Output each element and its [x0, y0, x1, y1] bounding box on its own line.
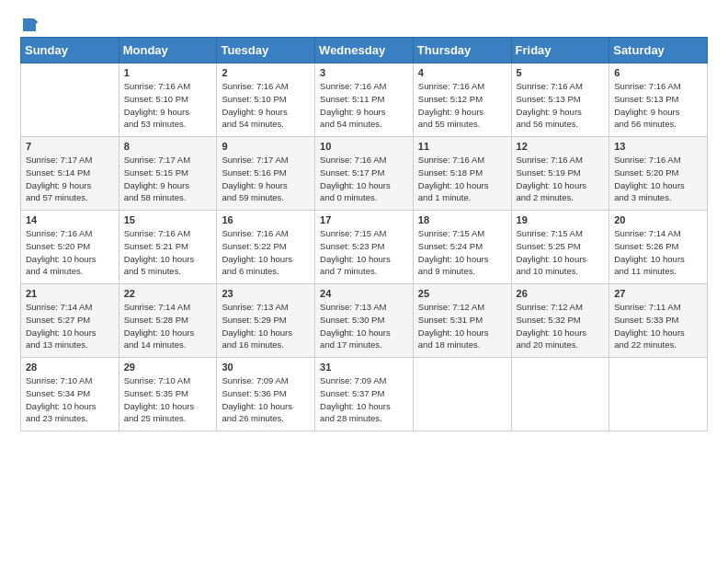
cell-content: Sunrise: 7:16 AM Sunset: 5:10 PM Dayligh…: [222, 80, 310, 131]
day-number: 13: [614, 141, 702, 152]
cell-content: Sunrise: 7:13 AM Sunset: 5:30 PM Dayligh…: [320, 301, 408, 351]
calendar-cell: 18Sunrise: 7:15 AM Sunset: 5:24 PM Dayli…: [413, 211, 511, 284]
day-number: 10: [320, 141, 408, 152]
calendar-cell: 3Sunrise: 7:16 AM Sunset: 5:11 PM Daylig…: [315, 63, 414, 137]
cell-content: Sunrise: 7:16 AM Sunset: 5:11 PM Dayligh…: [320, 80, 408, 131]
cell-content: Sunrise: 7:14 AM Sunset: 5:26 PM Dayligh…: [614, 227, 702, 278]
cell-content: Sunrise: 7:11 AM Sunset: 5:33 PM Dayligh…: [614, 301, 702, 351]
cell-content: Sunrise: 7:16 AM Sunset: 5:13 PM Dayligh…: [517, 80, 605, 131]
cell-content: Sunrise: 7:14 AM Sunset: 5:28 PM Dayligh…: [124, 301, 212, 351]
calendar-cell: 14Sunrise: 7:16 AM Sunset: 5:20 PM Dayli…: [21, 211, 119, 284]
week-row-2: 7Sunrise: 7:17 AM Sunset: 5:14 PM Daylig…: [21, 137, 708, 211]
day-header-tuesday: Tuesday: [217, 38, 315, 63]
calendar-cell: 28Sunrise: 7:10 AM Sunset: 5:34 PM Dayli…: [21, 358, 119, 431]
cell-content: Sunrise: 7:10 AM Sunset: 5:35 PM Dayligh…: [124, 374, 212, 425]
calendar-cell: [511, 358, 609, 431]
header-row: SundayMondayTuesdayWednesdayThursdayFrid…: [21, 38, 708, 63]
day-number: 31: [320, 362, 408, 373]
day-number: 30: [222, 362, 310, 373]
calendar-cell: [413, 358, 511, 431]
cell-content: Sunrise: 7:09 AM Sunset: 5:37 PM Dayligh…: [320, 374, 408, 425]
day-number: 12: [517, 141, 605, 152]
day-number: 23: [222, 288, 310, 299]
calendar-cell: 13Sunrise: 7:16 AM Sunset: 5:20 PM Dayli…: [609, 137, 708, 211]
day-header-sunday: Sunday: [21, 38, 119, 63]
day-number: 8: [124, 141, 212, 152]
day-header-thursday: Thursday: [413, 38, 511, 63]
day-number: 28: [26, 362, 114, 373]
day-number: 18: [418, 214, 506, 225]
cell-content: Sunrise: 7:17 AM Sunset: 5:15 PM Dayligh…: [124, 154, 212, 204]
calendar-cell: 12Sunrise: 7:16 AM Sunset: 5:19 PM Dayli…: [511, 137, 609, 211]
day-number: 15: [124, 214, 212, 225]
day-header-monday: Monday: [119, 38, 217, 63]
calendar-cell: 30Sunrise: 7:09 AM Sunset: 5:36 PM Dayli…: [217, 358, 315, 431]
day-number: 6: [614, 67, 702, 78]
calendar-cell: 20Sunrise: 7:14 AM Sunset: 5:26 PM Dayli…: [609, 211, 708, 284]
calendar-cell: 22Sunrise: 7:14 AM Sunset: 5:28 PM Dayli…: [119, 284, 217, 358]
week-row-5: 28Sunrise: 7:10 AM Sunset: 5:34 PM Dayli…: [21, 358, 708, 431]
page: SundayMondayTuesdayWednesdayThursdayFrid…: [0, 0, 728, 563]
svg-marker-0: [23, 18, 36, 31]
day-number: 17: [320, 214, 408, 225]
logo-icon: [21, 17, 38, 33]
cell-content: Sunrise: 7:15 AM Sunset: 5:23 PM Dayligh…: [320, 227, 408, 278]
day-number: 4: [418, 67, 506, 78]
calendar-cell: 10Sunrise: 7:16 AM Sunset: 5:17 PM Dayli…: [315, 137, 414, 211]
day-number: 5: [517, 67, 605, 78]
day-number: 19: [517, 214, 605, 225]
cell-content: Sunrise: 7:12 AM Sunset: 5:31 PM Dayligh…: [418, 301, 506, 351]
cell-content: Sunrise: 7:12 AM Sunset: 5:32 PM Dayligh…: [517, 301, 605, 351]
cell-content: Sunrise: 7:17 AM Sunset: 5:14 PM Dayligh…: [26, 154, 114, 204]
day-number: 1: [124, 67, 212, 78]
day-number: 29: [124, 362, 212, 373]
cell-content: Sunrise: 7:16 AM Sunset: 5:20 PM Dayligh…: [614, 154, 702, 204]
calendar-cell: 9Sunrise: 7:17 AM Sunset: 5:16 PM Daylig…: [217, 137, 315, 211]
cell-content: Sunrise: 7:16 AM Sunset: 5:12 PM Dayligh…: [418, 80, 506, 131]
calendar-cell: 24Sunrise: 7:13 AM Sunset: 5:30 PM Dayli…: [315, 284, 414, 358]
week-row-3: 14Sunrise: 7:16 AM Sunset: 5:20 PM Dayli…: [21, 211, 708, 284]
cell-content: Sunrise: 7:16 AM Sunset: 5:18 PM Dayligh…: [418, 154, 506, 204]
cell-content: Sunrise: 7:16 AM Sunset: 5:13 PM Dayligh…: [614, 80, 702, 131]
calendar-cell: 7Sunrise: 7:17 AM Sunset: 5:14 PM Daylig…: [21, 137, 119, 211]
cell-content: Sunrise: 7:16 AM Sunset: 5:21 PM Dayligh…: [124, 227, 212, 278]
calendar-cell: 19Sunrise: 7:15 AM Sunset: 5:25 PM Dayli…: [511, 211, 609, 284]
calendar-cell: 1Sunrise: 7:16 AM Sunset: 5:10 PM Daylig…: [119, 63, 217, 137]
day-header-friday: Friday: [511, 38, 609, 63]
calendar-cell: 4Sunrise: 7:16 AM Sunset: 5:12 PM Daylig…: [413, 63, 511, 137]
day-number: 11: [418, 141, 506, 152]
calendar-cell: 2Sunrise: 7:16 AM Sunset: 5:10 PM Daylig…: [217, 63, 315, 137]
calendar-table: SundayMondayTuesdayWednesdayThursdayFrid…: [20, 37, 708, 431]
day-number: 21: [26, 288, 114, 299]
calendar-cell: 27Sunrise: 7:11 AM Sunset: 5:33 PM Dayli…: [609, 284, 708, 358]
calendar-cell: 8Sunrise: 7:17 AM Sunset: 5:15 PM Daylig…: [119, 137, 217, 211]
day-number: 16: [222, 214, 310, 225]
day-number: 3: [320, 67, 408, 78]
calendar-cell: 11Sunrise: 7:16 AM Sunset: 5:18 PM Dayli…: [413, 137, 511, 211]
day-number: 9: [222, 141, 310, 152]
calendar-cell: 23Sunrise: 7:13 AM Sunset: 5:29 PM Dayli…: [217, 284, 315, 358]
cell-content: Sunrise: 7:13 AM Sunset: 5:29 PM Dayligh…: [222, 301, 310, 351]
calendar-cell: 17Sunrise: 7:15 AM Sunset: 5:23 PM Dayli…: [315, 211, 414, 284]
week-row-1: 1Sunrise: 7:16 AM Sunset: 5:10 PM Daylig…: [21, 63, 708, 137]
day-number: 26: [517, 288, 605, 299]
cell-content: Sunrise: 7:09 AM Sunset: 5:36 PM Dayligh…: [222, 374, 310, 425]
cell-content: Sunrise: 7:16 AM Sunset: 5:10 PM Dayligh…: [124, 80, 212, 131]
day-number: 7: [26, 141, 114, 152]
day-number: 24: [320, 288, 408, 299]
cell-content: Sunrise: 7:15 AM Sunset: 5:24 PM Dayligh…: [418, 227, 506, 278]
logo: [20, 17, 39, 29]
calendar-cell: 25Sunrise: 7:12 AM Sunset: 5:31 PM Dayli…: [413, 284, 511, 358]
day-number: 25: [418, 288, 506, 299]
cell-content: Sunrise: 7:10 AM Sunset: 5:34 PM Dayligh…: [26, 374, 114, 425]
week-row-4: 21Sunrise: 7:14 AM Sunset: 5:27 PM Dayli…: [21, 284, 708, 358]
day-number: 22: [124, 288, 212, 299]
calendar-cell: [609, 358, 708, 431]
day-number: 2: [222, 67, 310, 78]
cell-content: Sunrise: 7:16 AM Sunset: 5:20 PM Dayligh…: [26, 227, 114, 278]
header: [20, 17, 708, 29]
cell-content: Sunrise: 7:16 AM Sunset: 5:19 PM Dayligh…: [517, 154, 605, 204]
cell-content: Sunrise: 7:16 AM Sunset: 5:17 PM Dayligh…: [320, 154, 408, 204]
calendar-cell: 6Sunrise: 7:16 AM Sunset: 5:13 PM Daylig…: [609, 63, 708, 137]
calendar-cell: 5Sunrise: 7:16 AM Sunset: 5:13 PM Daylig…: [511, 63, 609, 137]
